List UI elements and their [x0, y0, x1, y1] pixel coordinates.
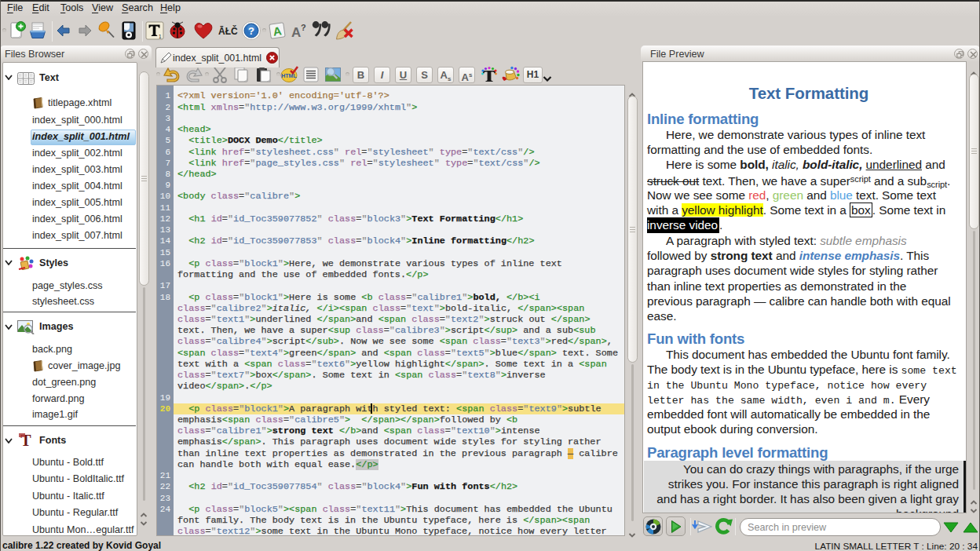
svg-text:HTML: HTML: [281, 73, 297, 78]
svg-text:1: 1: [159, 34, 162, 39]
svg-text:ĀŁČ: ĀŁČ: [218, 25, 238, 37]
svg-text:A: A: [291, 25, 301, 40]
svg-text:?: ?: [248, 25, 254, 37]
svg-text:?: ?: [301, 23, 306, 32]
